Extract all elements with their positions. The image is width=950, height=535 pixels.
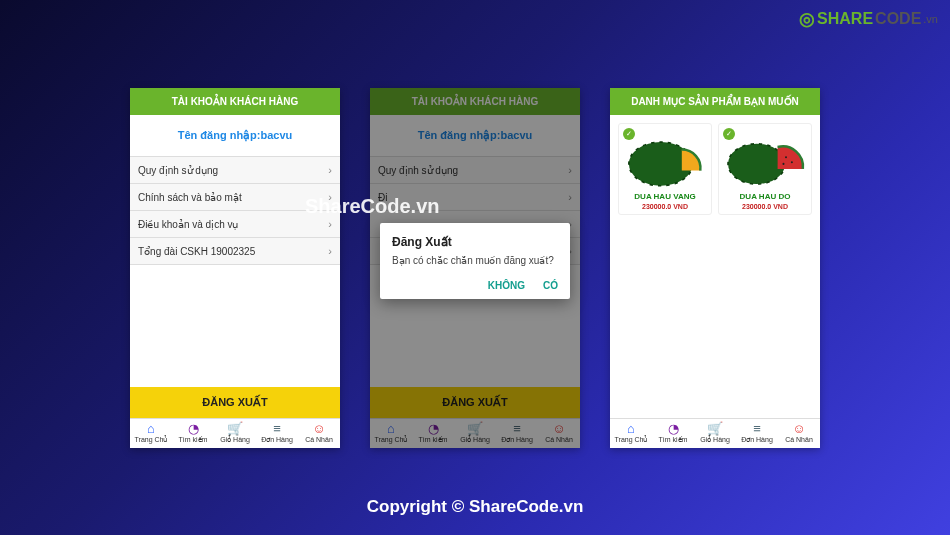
- header-title: TÀI KHOẢN KHÁCH HÀNG: [370, 88, 580, 115]
- tab-order[interactable]: ≡Đơn Hàng: [496, 419, 538, 448]
- search-icon: ◔: [428, 422, 439, 435]
- logo-code: CODE: [875, 10, 921, 28]
- order-icon: ≡: [273, 422, 281, 435]
- logout-button[interactable]: ĐĂNG XUẤT: [370, 387, 580, 418]
- tab-label: Cá Nhân: [545, 436, 573, 443]
- product-image: [623, 128, 707, 188]
- tab-label: Giỏ Hàng: [700, 436, 730, 444]
- product-card[interactable]: ✓ DUA HAU VANG 230000.0 VND: [618, 123, 712, 215]
- chevron-right-icon: ›: [328, 164, 332, 176]
- login-name: Tên đăng nhập:bacvu: [130, 115, 340, 156]
- user-icon: ☺: [552, 422, 565, 435]
- tab-label: Tìm kiếm: [179, 436, 208, 444]
- product-image: [723, 128, 807, 188]
- dialog-actions: KHÔNG CÓ: [392, 280, 558, 291]
- logout-dialog: Đăng Xuất Bạn có chắc chắn muốn đăng xuấ…: [380, 223, 570, 299]
- tab-label: Tìm kiếm: [419, 436, 448, 444]
- home-icon: ⌂: [147, 422, 155, 435]
- menu-item-terms-of-use[interactable]: Quy định sử dụng ›: [370, 157, 580, 184]
- menu-label: Chính sách và bảo mật: [138, 192, 242, 203]
- screen-products: DANH MỤC SẢN PHẨM BẠN MUỐN ✓ DUA HAU VAN…: [610, 88, 820, 448]
- menu-label: Quy định sử dụng: [138, 165, 218, 176]
- home-icon: ⌂: [387, 422, 395, 435]
- tab-label: Cá Nhân: [785, 436, 813, 443]
- header-title: TÀI KHOẢN KHÁCH HÀNG: [130, 88, 340, 115]
- product-price: 230000.0 VND: [623, 203, 707, 210]
- tab-search[interactable]: ◔Tìm kiếm: [412, 419, 454, 448]
- tab-user[interactable]: ☺Cá Nhân: [778, 419, 820, 448]
- tab-label: Đơn Hàng: [501, 436, 533, 444]
- chevron-right-icon: ›: [568, 164, 572, 176]
- tab-user[interactable]: ☺Cá Nhân: [538, 419, 580, 448]
- product-card[interactable]: ✓ DUA HAU DO 230000.0 VND: [718, 123, 812, 215]
- menu-item-terms-of-use[interactable]: Quy định sử dụng ›: [130, 157, 340, 184]
- tab-bar: ⌂Trang Chủ ◔Tìm kiếm 🛒Giỏ Hàng ≡Đơn Hàng…: [370, 418, 580, 448]
- chevron-right-icon: ›: [328, 245, 332, 257]
- screen-logout-dialog: TÀI KHOẢN KHÁCH HÀNG Tên đăng nhập:bacvu…: [370, 88, 580, 448]
- user-icon: ☺: [792, 422, 805, 435]
- tab-cart[interactable]: 🛒Giỏ Hàng: [694, 419, 736, 448]
- tab-user[interactable]: ☺Cá Nhân: [298, 419, 340, 448]
- tab-order[interactable]: ≡Đơn Hàng: [256, 419, 298, 448]
- tab-home[interactable]: ⌂Trang Chủ: [130, 419, 172, 448]
- menu-label: Tổng đài CSKH 19002325: [138, 246, 255, 257]
- tab-label: Giỏ Hàng: [220, 436, 250, 444]
- tab-label: Trang Chủ: [135, 436, 168, 444]
- copyright-text: Copyright © ShareCode.vn: [0, 497, 950, 517]
- tab-label: Trang Chủ: [375, 436, 408, 444]
- login-name: Tên đăng nhập:bacvu: [370, 115, 580, 156]
- tab-label: Cá Nhân: [305, 436, 333, 443]
- menu-item-privacy[interactable]: Chính sách và bảo mật ›: [130, 184, 340, 211]
- screens-row: TÀI KHOẢN KHÁCH HÀNG Tên đăng nhập:bacvu…: [0, 88, 950, 448]
- cart-icon: 🛒: [227, 422, 243, 435]
- product-name: DUA HAU VANG: [623, 192, 707, 201]
- tab-home[interactable]: ⌂Trang Chủ: [370, 419, 412, 448]
- header-title: DANH MỤC SẢN PHẨM BẠN MUỐN: [610, 88, 820, 115]
- user-icon: ☺: [312, 422, 325, 435]
- product-price: 230000.0 VND: [723, 203, 807, 210]
- logout-button[interactable]: ĐĂNG XUẤT: [130, 387, 340, 418]
- dialog-no-button[interactable]: KHÔNG: [488, 280, 525, 291]
- chevron-right-icon: ›: [328, 191, 332, 203]
- svg-point-6: [782, 163, 784, 165]
- tab-cart[interactable]: 🛒Giỏ Hàng: [454, 419, 496, 448]
- home-icon: ⌂: [627, 422, 635, 435]
- dialog-message: Bạn có chắc chắn muốn đăng xuất?: [392, 255, 558, 266]
- tab-search[interactable]: ◔Tìm kiếm: [652, 419, 694, 448]
- tab-label: Giỏ Hàng: [460, 436, 490, 444]
- badge-icon: ✓: [723, 128, 735, 140]
- order-icon: ≡: [753, 422, 761, 435]
- menu-item[interactable]: Đi›: [370, 184, 580, 211]
- svg-point-5: [791, 161, 793, 163]
- product-grid: ✓ DUA HAU VANG 230000.0 VND ✓: [610, 115, 820, 223]
- menu-item-tos[interactable]: Điều khoản và dịch vụ ›: [130, 211, 340, 238]
- svg-point-4: [785, 156, 787, 158]
- logo-vn: .vn: [923, 13, 938, 25]
- tab-label: Đơn Hàng: [261, 436, 293, 444]
- tab-order[interactable]: ≡Đơn Hàng: [736, 419, 778, 448]
- menu-label: Điều khoản và dịch vụ: [138, 219, 239, 230]
- sharecode-logo: ◎ SHARECODE.vn: [799, 8, 938, 30]
- menu-label: Quy định sử dụng: [378, 165, 458, 176]
- logo-icon: ◎: [799, 8, 815, 30]
- menu-item-hotline[interactable]: Tổng đài CSKH 19002325 ›: [130, 238, 340, 265]
- order-icon: ≡: [513, 422, 521, 435]
- tab-bar: ⌂Trang Chủ ◔Tìm kiếm 🛒Giỏ Hàng ≡Đơn Hàng…: [130, 418, 340, 448]
- search-icon: ◔: [668, 422, 679, 435]
- screen-account: TÀI KHOẢN KHÁCH HÀNG Tên đăng nhập:bacvu…: [130, 88, 340, 448]
- cart-icon: 🛒: [707, 422, 723, 435]
- chevron-right-icon: ›: [328, 218, 332, 230]
- dialog-title: Đăng Xuất: [392, 235, 558, 249]
- tab-label: Đơn Hàng: [741, 436, 773, 444]
- tab-search[interactable]: ◔Tìm kiếm: [172, 419, 214, 448]
- product-name: DUA HAU DO: [723, 192, 807, 201]
- logo-share: SHARE: [817, 10, 873, 28]
- badge-icon: ✓: [623, 128, 635, 140]
- tab-label: Trang Chủ: [615, 436, 648, 444]
- dialog-yes-button[interactable]: CÓ: [543, 280, 558, 291]
- tab-label: Tìm kiếm: [659, 436, 688, 444]
- tab-home[interactable]: ⌂Trang Chủ: [610, 419, 652, 448]
- tab-bar: ⌂Trang Chủ ◔Tìm kiếm 🛒Giỏ Hàng ≡Đơn Hàng…: [610, 418, 820, 448]
- tab-cart[interactable]: 🛒Giỏ Hàng: [214, 419, 256, 448]
- search-icon: ◔: [188, 422, 199, 435]
